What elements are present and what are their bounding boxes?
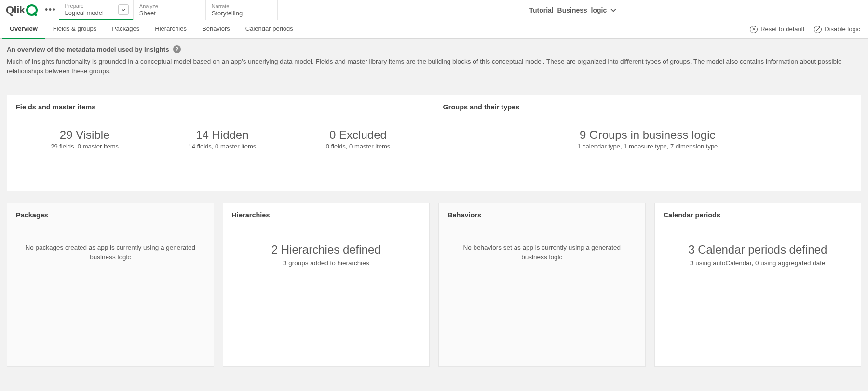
card-title: Behaviors: [448, 211, 637, 219]
description-title-row: An overview of the metadata model used b…: [7, 45, 861, 53]
top-bar: Qlik ••• Prepare Logical model Analyze S…: [0, 0, 868, 20]
card-title: Fields and master items: [16, 103, 425, 111]
description-area: An overview of the metadata model used b…: [0, 39, 868, 81]
groups-stat: 9 Groups in business logic 1 calendar ty…: [443, 128, 853, 150]
subtab-hierarchies[interactable]: Hierarchies: [147, 20, 194, 39]
subtab-fields-groups[interactable]: Fields & groups: [45, 20, 104, 39]
app-title-dropdown[interactable]: Tutorial_Business_logic: [278, 0, 868, 20]
stat-hidden-sub: 14 fields, 0 master items: [188, 143, 256, 150]
tab-narrate[interactable]: Narrate Storytelling: [205, 0, 278, 20]
stat-hidden: 14 Hidden 14 fields, 0 master items: [188, 128, 256, 150]
subtab-packages[interactable]: Packages: [104, 20, 147, 39]
sub-actions: ✕ Reset to default Disable logic: [750, 26, 868, 33]
chevron-down-icon: [610, 7, 616, 13]
sub-tabs: Overview Fields & groups Packages Hierar…: [0, 20, 301, 39]
calendar-sub: 3 using autoCalendar, 0 using aggregated…: [672, 258, 844, 268]
stat-visible-sub: 29 fields, 0 master items: [51, 143, 119, 150]
logo-icon: [26, 4, 38, 16]
stat-hidden-big: 14 Hidden: [188, 128, 256, 142]
stat-visible: 29 Visible 29 fields, 0 master items: [51, 128, 119, 150]
disable-icon: [814, 26, 822, 33]
behaviors-card: Behaviors No behaviors set as app is cur…: [438, 203, 646, 367]
hierarchies-body: 2 Hierarchies defined 3 groups added to …: [232, 243, 421, 269]
subtab-overview[interactable]: Overview: [2, 20, 45, 39]
hierarchies-sub: 3 groups added to hierarchies: [241, 258, 412, 268]
fields-master-items-card: Fields and master items 29 Visible 29 fi…: [7, 95, 434, 191]
packages-card: Packages No packages created as app is c…: [7, 203, 214, 367]
overview-detail-row: Packages No packages created as app is c…: [7, 203, 861, 367]
card-title: Hierarchies: [232, 211, 421, 219]
help-icon[interactable]: ?: [173, 45, 181, 53]
disable-logic-button[interactable]: Disable logic: [814, 26, 860, 33]
reset-button[interactable]: ✕ Reset to default: [750, 26, 804, 33]
card-title: Groups and their types: [443, 103, 853, 111]
svg-line-0: [816, 27, 820, 31]
tab-analyze-big: Sheet: [139, 10, 176, 17]
tab-prepare-big: Logical model: [65, 9, 104, 16]
description-body: Much of Insights functionality is ground…: [7, 57, 861, 77]
groups-sub: 1 calendar type, 1 measure type, 7 dimen…: [577, 143, 718, 150]
tab-analyze[interactable]: Analyze Sheet: [133, 0, 205, 20]
card-title: Packages: [16, 211, 205, 219]
reset-label: Reset to default: [760, 26, 804, 33]
groups-types-card: Groups and their types 9 Groups in busin…: [434, 95, 861, 191]
stat-excluded-sub: 0 fields, 0 master items: [326, 143, 391, 150]
groups-big: 9 Groups in business logic: [580, 128, 715, 142]
tab-prepare-small: Prepare: [65, 3, 104, 9]
logo-text: Qlik: [6, 4, 25, 16]
app-title-text: Tutorial_Business_logic: [529, 6, 607, 14]
packages-body: No packages created as app is currently …: [16, 243, 205, 263]
behaviors-body: No behaviors set as app is currently usi…: [448, 243, 637, 263]
subtab-behaviors[interactable]: Behaviors: [194, 20, 238, 39]
stat-excluded-big: 0 Excluded: [326, 128, 391, 142]
description-title: An overview of the metadata model used b…: [7, 46, 169, 53]
hierarchies-big: 2 Hierarchies defined: [241, 243, 412, 257]
more-menu-button[interactable]: •••: [42, 0, 59, 20]
logo[interactable]: Qlik: [0, 0, 42, 20]
disable-label: Disable logic: [825, 26, 860, 33]
sub-tab-bar: Overview Fields & groups Packages Hierar…: [0, 20, 868, 39]
tab-prepare[interactable]: Prepare Logical model: [59, 0, 133, 20]
stat-excluded: 0 Excluded 0 fields, 0 master items: [326, 128, 391, 150]
calendar-big: 3 Calendar periods defined: [672, 243, 844, 257]
tab-analyze-small: Analyze: [139, 3, 176, 9]
fields-stats: 29 Visible 29 fields, 0 master items 14 …: [16, 128, 425, 150]
hierarchies-card: Hierarchies 2 Hierarchies defined 3 grou…: [223, 203, 430, 367]
chevron-down-icon[interactable]: [118, 4, 129, 15]
calendar-periods-card: Calendar periods 3 Calendar periods defi…: [654, 203, 862, 367]
mode-tabs: Prepare Logical model Analyze Sheet Narr…: [59, 0, 278, 20]
tab-narrate-small: Narrate: [212, 3, 248, 9]
tab-narrate-big: Storytelling: [212, 10, 248, 17]
card-title: Calendar periods: [664, 211, 853, 219]
reset-icon: ✕: [750, 26, 758, 33]
overview-summary-row: Fields and master items 29 Visible 29 fi…: [7, 95, 861, 191]
calendar-body: 3 Calendar periods defined 3 using autoC…: [664, 243, 853, 269]
subtab-calendar-periods[interactable]: Calendar periods: [238, 20, 301, 39]
stat-visible-big: 29 Visible: [51, 128, 119, 142]
